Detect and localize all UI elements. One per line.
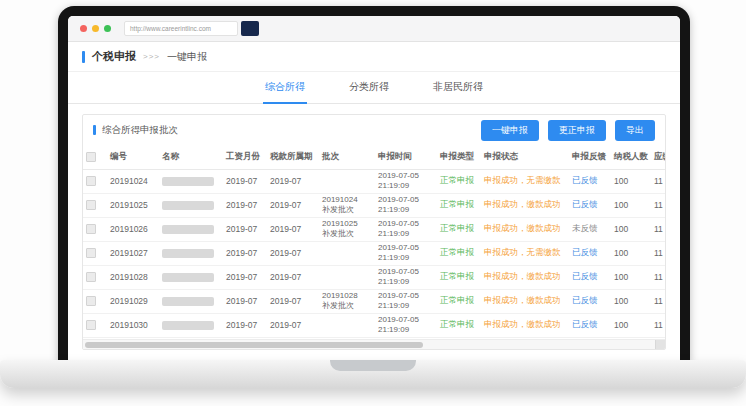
redacted-name [162,225,214,234]
horizontal-scrollbar[interactable] [83,339,665,349]
table-wrap: 编号名称工资月份税款所属期批次申报时间申报类型申报状态申报反馈纳税人数应缴税额 … [83,145,665,339]
redacted-name [162,201,214,210]
cell-salary-month: 2019-07 [223,241,267,265]
column-header: 编号 [107,145,159,169]
cell-status: 申报成功，缴款成功 [481,217,569,241]
cell-salary-month: 2019-07 [223,313,267,337]
cell-declare-type: 正常申报 [437,217,481,241]
row-checkbox[interactable] [86,248,96,258]
cell-name [159,265,223,289]
cell-checkbox [83,217,107,241]
column-header: 申报时间 [375,145,437,169]
title-accent-bar [82,51,85,63]
tab-3[interactable]: 非居民所得 [431,72,485,104]
cell-tax-period: 2019-07 [267,217,319,241]
cell-declare-type: 正常申报 [437,313,481,337]
cell-name [159,169,223,193]
cell-name [159,217,223,241]
action-button-1[interactable]: 一键申报 [481,120,539,141]
panel-accent-bar [93,125,96,135]
scrollbar-thumb[interactable] [85,342,423,348]
panel-actions: 一键申报更正申报导出 [472,119,655,141]
cell-feedback: 已反馈 [569,241,611,265]
column-header: 名称 [159,145,223,169]
cell-declare-type: 正常申报 [437,241,481,265]
cell-declare-time: 2019-07-05 21:19:09 [375,241,437,265]
app-content: 个税申报 >>> 一键申报 综合所得分类所得非居民所得 综合所得申报批次 一键申… [68,42,680,362]
window-minimize-icon[interactable] [92,25,99,32]
cell-amount: 11 [651,217,665,241]
window-close-icon[interactable] [80,25,87,32]
cell-declare-time: 2019-07-05 21:19:09 [375,289,437,313]
cell-status: 申报成功，缴款成功 [481,193,569,217]
row-checkbox[interactable] [86,176,96,186]
cell-taxpayer-count: 100 [611,241,651,265]
column-header: 申报反馈 [569,145,611,169]
cell-feedback: 已反馈 [569,193,611,217]
cell-declare-time: 2019-07-05 21:19:09 [375,193,437,217]
cell-status: 申报成功，缴款成功 [481,265,569,289]
cell-tax-period: 2019-07 [267,289,319,313]
batch-panel: 综合所得申报批次 一键申报更正申报导出 编号名称工资月份税款所属期批次申 [82,114,666,350]
screen: http://www.careerintlinc.com 个税申报 >>> 一键… [68,16,680,362]
cell-taxpayer-count: 100 [611,193,651,217]
laptop-notch [330,360,416,371]
cell-tax-period: 2019-07 [267,265,319,289]
panel-title: 综合所得申报批次 [102,124,178,137]
table-head-row: 编号名称工资月份税款所属期批次申报时间申报类型申报状态申报反馈纳税人数应缴税额 [83,145,665,169]
redacted-name [162,177,214,186]
column-header: 应缴税额 [651,145,665,169]
cell-id: 20191026 [107,217,159,241]
row-checkbox[interactable] [86,272,96,282]
laptop-screen: http://www.careerintlinc.com 个税申报 >>> 一键… [58,6,690,362]
cell-status: 申报成功，无需缴款 [481,241,569,265]
browser-extension-icon[interactable] [241,21,259,36]
tab-2[interactable]: 分类所得 [347,72,391,104]
cell-id: 20191029 [107,289,159,313]
cell-declare-type: 正常申报 [437,265,481,289]
tab-1[interactable]: 综合所得 [263,72,307,104]
column-header: 申报类型 [437,145,481,169]
row-checkbox[interactable] [86,320,96,330]
cell-declare-time: 2019-07-05 21:19:09 [375,265,437,289]
cell-id: 20191025 [107,193,159,217]
cell-tax-period: 2019-07 [267,313,319,337]
table-row: 201910252019-072019-0720191024 补发批次2019-… [83,193,665,217]
tab-bar: 综合所得分类所得非居民所得 [68,72,680,104]
cell-declare-type: 正常申报 [437,193,481,217]
cell-batch: 20191028 补发批次 [319,289,375,313]
cell-name [159,241,223,265]
cell-declare-time: 2019-07-05 21:19:09 [375,169,437,193]
cell-amount: 11 [651,289,665,313]
cell-checkbox [83,265,107,289]
page-title: 个税申报 [92,49,136,64]
cell-batch [319,313,375,337]
cell-taxpayer-count: 100 [611,217,651,241]
table-row: 201910282019-072019-072019-07-05 21:19:0… [83,265,665,289]
action-button-2[interactable]: 更正申报 [548,120,606,141]
batch-table: 编号名称工资月份税款所属期批次申报时间申报类型申报状态申报反馈纳税人数应缴税额 … [83,145,665,338]
panel-header: 综合所得申报批次 一键申报更正申报导出 [83,115,665,145]
select-all-cell [83,145,107,169]
cell-checkbox [83,169,107,193]
row-checkbox[interactable] [86,224,96,234]
cell-declare-time: 2019-07-05 21:19:09 [375,313,437,337]
action-button-3[interactable]: 导出 [615,120,655,141]
cell-name [159,193,223,217]
row-checkbox[interactable] [86,200,96,210]
cell-declare-type: 正常申报 [437,289,481,313]
browser-chrome: http://www.careerintlinc.com [68,16,680,42]
cell-tax-period: 2019-07 [267,241,319,265]
window-zoom-icon[interactable] [104,25,111,32]
select-all-checkbox[interactable] [86,152,96,162]
column-header: 申报状态 [481,145,569,169]
row-checkbox[interactable] [86,296,96,306]
cell-batch: 20191024 补发批次 [319,193,375,217]
cell-salary-month: 2019-07 [223,217,267,241]
cell-taxpayer-count: 100 [611,169,651,193]
cell-status: 申报成功，缴款成功 [481,289,569,313]
url-bar[interactable]: http://www.careerintlinc.com [124,21,238,36]
redacted-name [162,273,214,282]
breadcrumb-current: 一键申报 [167,50,207,64]
column-header: 批次 [319,145,375,169]
